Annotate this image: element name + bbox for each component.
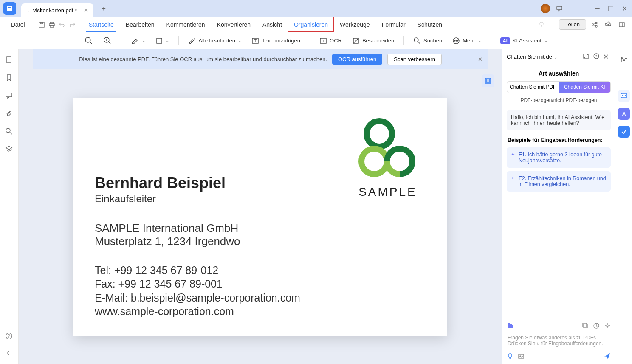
share-link-icon[interactable] — [590, 20, 600, 30]
svg-rect-34 — [7, 57, 11, 63]
crop-button[interactable]: Beschneiden — [348, 35, 398, 46]
comments-icon[interactable] — [5, 92, 14, 100]
select-all-icon[interactable] — [482, 74, 494, 87]
svg-point-62 — [625, 58, 626, 59]
menu-werkzeuge[interactable]: Werkzeuge — [334, 17, 376, 32]
more-button[interactable]: Mehr⌄ — [448, 35, 485, 46]
highlight-tool[interactable]: ⌄ — [127, 35, 150, 47]
document-tab[interactable]: ⌄ visitenkarten.pdf * ✕ — [21, 3, 93, 17]
save-icon[interactable] — [37, 20, 47, 30]
ocr-run-button[interactable]: OCR ausführen — [332, 54, 382, 65]
menu-kommentieren[interactable]: Kommentieren — [161, 17, 211, 32]
svg-rect-3 — [39, 22, 44, 27]
cloud-upload-icon[interactable] — [603, 20, 613, 30]
tab-close-icon[interactable]: ✕ — [84, 7, 88, 14]
svg-line-37 — [10, 132, 12, 134]
ai-note: PDF-bezogen/nicht PDF-bezogen — [502, 93, 615, 107]
ai-copy-icon[interactable] — [582, 322, 589, 329]
new-tab-button[interactable]: ＋ — [100, 4, 107, 13]
ai-help-icon[interactable]: ? — [593, 53, 601, 60]
menu-organisieren[interactable]: Organisieren — [288, 17, 334, 32]
ai-dropdown[interactable]: Chatten Sie mit de ⌄ — [507, 54, 580, 60]
ai-send-button[interactable] — [603, 353, 611, 360]
menu-formular[interactable]: Formular — [376, 17, 412, 32]
ai-input-placeholder[interactable]: Fragen Sie etwas anderes als zu PDFs. Dr… — [502, 332, 615, 349]
app-logo[interactable] — [3, 2, 16, 15]
menu-ansicht[interactable]: Ansicht — [257, 17, 288, 32]
collapse-icon[interactable] — [5, 350, 14, 358]
card-tel: Tel: +99 12 345 67 89-012 — [95, 263, 426, 277]
maximize-button[interactable]: ☐ — [607, 4, 615, 13]
ai-subtitle: Art auswählen — [502, 64, 615, 81]
lightbulb-icon[interactable] — [536, 20, 547, 30]
ai-expand-icon[interactable] — [583, 53, 590, 60]
attachments-icon[interactable] — [5, 110, 14, 118]
scan-improve-button[interactable]: Scan verbessern — [387, 54, 442, 65]
banner-close-icon[interactable]: ✕ — [478, 56, 482, 62]
redo-icon[interactable] — [67, 20, 77, 30]
svg-point-31 — [454, 40, 455, 41]
svg-rect-50 — [584, 324, 587, 328]
close-window-button[interactable]: ✕ — [620, 4, 629, 13]
rail-check-icon[interactable] — [618, 126, 630, 138]
toggle-chat-ki[interactable]: Chatten Sie mit KI — [559, 82, 611, 93]
svg-text:T: T — [254, 39, 257, 43]
menu-schuetzen[interactable]: Schützen — [412, 17, 448, 32]
ai-library-icon[interactable] — [507, 322, 514, 330]
zoom-in-button[interactable] — [99, 35, 116, 47]
edit-all-button[interactable]: Alle bearbeiten⌄ — [184, 35, 245, 46]
search-nav-icon[interactable] — [5, 127, 14, 136]
svg-text:A: A — [622, 111, 626, 117]
tab-dropdown-icon[interactable]: ⌄ — [26, 8, 30, 13]
ai-history-icon[interactable] — [593, 322, 600, 329]
toggle-chat-pdf[interactable]: Chatten Sie mit PDF — [507, 82, 559, 93]
svg-point-65 — [624, 95, 625, 96]
svg-point-11 — [595, 25, 597, 27]
ai-example-2[interactable]: F2. Erzähltechniken in Romanen und in Fi… — [507, 171, 611, 192]
business-card-page[interactable]: SAMPLE Bernhard Beispiel Einkaufsleiter … — [73, 98, 447, 336]
zoom-out-button[interactable] — [80, 35, 97, 47]
user-avatar[interactable] — [541, 4, 550, 13]
ai-lightbulb-icon[interactable] — [507, 353, 514, 360]
print-icon[interactable] — [47, 20, 57, 30]
add-text-button[interactable]: TText hinzufügen — [247, 35, 305, 46]
layers-icon[interactable] — [5, 145, 14, 154]
rail-chat-icon[interactable] — [618, 90, 630, 102]
card-web: www.sample-corporation.com — [95, 305, 426, 319]
card-fax: Fax: +99 12 345 67 89-001 — [95, 277, 426, 291]
undo-icon[interactable] — [57, 20, 67, 30]
minimize-button[interactable]: ─ — [593, 4, 601, 13]
ai-settings-icon[interactable] — [604, 322, 611, 329]
menu-startseite[interactable]: Startseite — [83, 17, 120, 32]
rail-translate-icon[interactable]: A — [618, 108, 630, 120]
ocr-banner: Dies ist eine gescannte PDF. Führen Sie … — [33, 49, 488, 69]
shape-tool[interactable]: ⌄ — [151, 35, 173, 46]
menu-bearbeiten[interactable]: Bearbeiten — [120, 17, 161, 32]
svg-rect-48 — [510, 324, 512, 328]
toolbar: ⌄ ⌄ Alle bearbeiten⌄ TText hinzufügen TO… — [0, 32, 632, 49]
bookmarks-icon[interactable] — [5, 74, 14, 82]
menu-file[interactable]: Datei — [5, 17, 31, 32]
rail-sliders-icon[interactable] — [618, 54, 630, 65]
ai-example-1[interactable]: F1. Ich hätte gerne 3 Ideen für gute Neu… — [507, 147, 611, 168]
svg-rect-21 — [157, 38, 162, 43]
comment-icon[interactable] — [555, 4, 564, 13]
svg-point-53 — [607, 325, 608, 327]
ocr-button[interactable]: TOCR — [315, 35, 346, 46]
svg-line-16 — [90, 42, 92, 44]
svg-rect-35 — [6, 93, 12, 97]
panel-toggle-icon[interactable] — [617, 20, 627, 30]
search-button[interactable]: Suchen — [409, 35, 446, 46]
svg-point-43 — [361, 149, 387, 174]
ai-assistant-button[interactable]: AIKI Assistent⌄ — [496, 36, 552, 46]
help-icon[interactable]: ? — [5, 332, 14, 341]
ai-image-icon[interactable] — [518, 353, 525, 360]
svg-point-60 — [621, 58, 622, 59]
svg-rect-51 — [583, 323, 587, 327]
ai-close-icon[interactable]: ✕ — [603, 53, 611, 60]
more-vertical-icon[interactable]: ⋮ — [569, 4, 577, 13]
menu-konvertieren[interactable]: Konvertieren — [211, 17, 257, 32]
thumbnails-icon[interactable] — [5, 56, 14, 65]
logo-text: SAMPLE — [354, 185, 422, 199]
share-button[interactable]: Teilen — [559, 19, 586, 30]
